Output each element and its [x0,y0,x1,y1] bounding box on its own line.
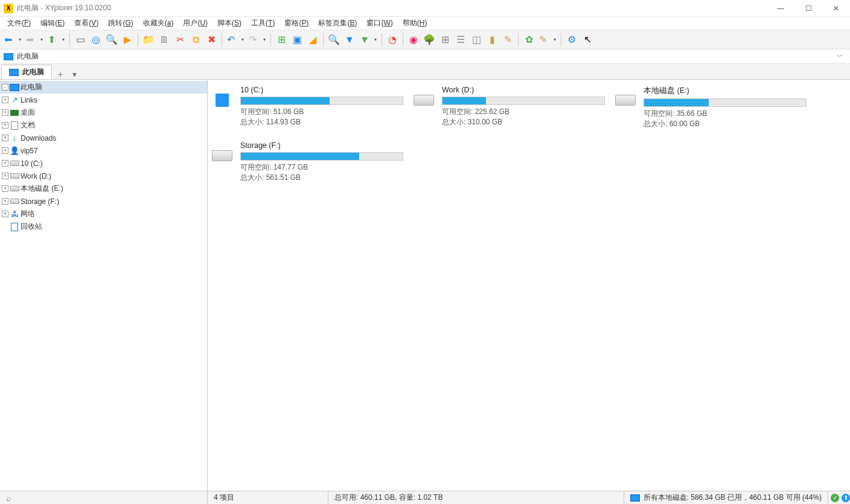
drive-name: Work (D:) [442,86,605,94]
menu-e[interactable]: 编辑(E) [36,17,69,30]
menu-a[interactable]: 收藏夹(a) [138,17,179,30]
filter-green-button[interactable]: ▼ [358,33,379,47]
tree-item[interactable]: +↓Downloads [0,132,207,144]
hdd-icon [414,95,434,106]
expand-icon[interactable]: + [2,109,8,116]
drive-item[interactable]: Work (D:)可用空间: 225.62 GB总大小: 310.00 GB [412,86,605,129]
menu-f[interactable]: 文件(F) [2,17,36,30]
drive-free: 可用空间: 147.77 GB [240,162,403,173]
expand-icon[interactable]: + [2,185,8,192]
drive-free: 可用空间: 51.06 GB [240,107,403,117]
menu-b[interactable]: 标签页集(B) [313,17,362,30]
status-count: 4 项目 [208,491,328,504]
cut-button[interactable]: ✂ [173,33,187,47]
tree-item[interactable]: +Storage (F:) [0,195,207,208]
toolbar: ⬅ ➡ ⬆ ▭ ◎ 🔍 ▶ 📁 🗎 ✂ ⧉ ✖ ↶ ↷ ⊞ ▣ ◢ 🔍 ▼ ▼ … [0,30,850,49]
drive-list: 10 (C:)可用空间: 51.06 GB总大小: 114.93 GBWork … [208,80,850,491]
tree-item[interactable]: +桌面 [0,106,207,119]
properties-button[interactable]: ▭ [73,33,88,47]
up-button[interactable]: ⬆ [46,33,66,47]
drive-total: 总大小: 310.00 GB [442,117,605,127]
tree-label: 10 (C:) [21,159,43,168]
chart-button[interactable]: ◔ [385,33,400,47]
menu-p[interactable]: 窗格(P) [280,17,313,30]
expand-icon[interactable]: + [2,198,8,205]
maximize-button[interactable]: ☐ [794,0,822,17]
spiral-icon[interactable]: ◉ [406,33,421,47]
address-dropdown-icon[interactable]: ﹀ [833,53,846,61]
drive-item[interactable]: 本地磁盘 (E:)可用空间: 35.66 GB总大小: 60.00 GB [613,86,807,129]
search-button[interactable]: 🔍 [327,33,341,47]
drive-item[interactable]: Storage (F:)可用空间: 147.77 GB总大小: 561.51 G… [210,141,403,183]
drive-total: 总大小: 561.51 GB [240,173,403,183]
back-button[interactable]: ⬅ [2,33,23,47]
menu-g[interactable]: 跳转(G) [103,17,138,30]
column-button[interactable]: ▮ [485,33,499,47]
expand-icon[interactable]: + [2,147,8,154]
tree-label: 此电脑 [21,82,42,92]
expand-icon[interactable]: - [2,84,8,91]
menu-w[interactable]: 窗口(W) [362,17,397,30]
brush-icon[interactable]: ✎ [500,33,515,47]
undo-button[interactable]: ↶ [225,33,246,47]
tree-item[interactable]: +👤vip57 [0,144,207,157]
menu-v[interactable]: 查看(V) [69,17,103,30]
menu-s[interactable]: 脚本(S) [212,17,246,30]
minimize-button[interactable]: — [767,0,794,17]
expand-icon[interactable]: + [2,122,8,129]
user-icon: 👤 [10,146,19,156]
status-search[interactable]: ⌕ [0,491,208,504]
drive-icon [10,184,19,194]
drive-name: Storage (F:) [240,141,403,150]
new-file-button[interactable]: 🗎 [157,33,171,47]
copy-button[interactable]: ⧉ [188,33,203,47]
split-button[interactable]: ◫ [469,33,484,47]
status-disks: 所有本地磁盘: 586.34 GB 已用，460.11 GB 可用 (44%) [624,491,828,504]
tab-this-pc[interactable]: 此电脑 [1,65,52,79]
pc-icon [630,494,640,502]
new-folder-button[interactable]: 📁 [141,33,156,47]
menu-u[interactable]: 用户(U) [178,17,212,30]
target-button[interactable]: ◎ [89,33,103,47]
play-button[interactable]: ▶ [120,33,135,47]
flower-icon[interactable]: ✿ [522,33,536,47]
tree-item[interactable]: +文档 [0,119,207,132]
pizza-icon[interactable]: ◢ [305,33,320,47]
address-bar[interactable]: 此电脑 ﹀ [0,49,850,64]
tree-item[interactable]: 回收站 [0,220,207,233]
expand-icon[interactable]: + [2,97,8,103]
tree-item[interactable]: +10 (C:) [0,157,207,170]
tab-menu-button[interactable]: ▾ [68,69,81,79]
settings-button[interactable]: ⚙ [564,33,579,47]
tree-icon[interactable]: 🌳 [422,33,436,47]
tree-label: Links [21,96,37,104]
search-icon: ⌕ [6,493,11,503]
menu-h[interactable]: 帮助(H) [398,17,432,30]
redo-button[interactable]: ↷ [247,33,267,47]
tree-item[interactable]: +本地磁盘 (E:) [0,182,207,195]
drive-total: 总大小: 60.00 GB [644,119,807,129]
expand-icon[interactable]: + [2,173,8,179]
expand-icon[interactable]: + [2,135,8,141]
usage-bar [442,97,605,105]
menu-t[interactable]: 工具(T) [246,17,280,30]
tree-button[interactable]: ⊞ [274,33,289,47]
filter-button[interactable]: ▼ [342,33,357,47]
expand-icon[interactable]: + [2,160,8,167]
grid-button[interactable]: ⊞ [438,33,452,47]
forward-button[interactable]: ➡ [24,33,45,47]
preview-button[interactable]: ▣ [290,33,304,47]
zoom-button[interactable]: 🔍 [104,33,119,47]
list-button[interactable]: ☰ [453,33,468,47]
tree-item[interactable]: -此电脑 [0,81,207,94]
delete-button[interactable]: ✖ [204,33,219,47]
close-button[interactable]: ✕ [822,0,850,17]
drive-item[interactable]: 10 (C:)可用空间: 51.06 GB总大小: 114.93 GB [210,86,403,129]
tree-item[interactable]: +Work (D:) [0,170,207,182]
expand-icon[interactable]: + [2,211,8,217]
tab-label: 此电脑 [22,67,44,77]
wand-button[interactable]: ✎ [537,33,558,47]
tree-item[interactable]: +🖧网络 [0,208,207,220]
new-tab-button[interactable]: + [53,69,68,79]
tree-item[interactable]: +↗Links [0,94,207,106]
